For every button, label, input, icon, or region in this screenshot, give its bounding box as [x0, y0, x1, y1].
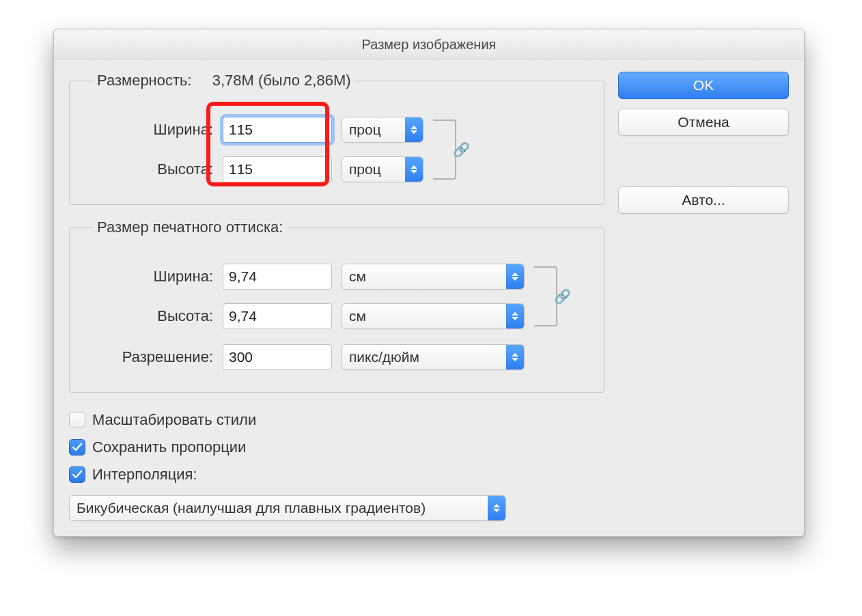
image-size-dialog: Размер изображения Размерность: 3,78M (б… — [53, 29, 805, 537]
auto-button[interactable]: Авто... — [618, 186, 789, 214]
link-icon[interactable]: 🔗 — [453, 141, 470, 158]
resolution-unit-select[interactable]: пикс/дюйм — [342, 344, 525, 370]
resolution-unit-value: пикс/дюйм — [342, 349, 506, 365]
height-input[interactable] — [223, 156, 332, 182]
print-width-unit-select[interactable]: см — [342, 264, 525, 290]
cancel-button[interactable]: Отмена — [618, 109, 789, 136]
width-unit-value: проц — [342, 122, 405, 138]
width-label: Ширина: — [83, 121, 213, 139]
interpolation-method-value: Бикубическая (наилучшая для плавных град… — [70, 500, 488, 516]
dimensions-value: 3,78M (было 2,86M) — [212, 72, 351, 89]
interpolation-checkbox[interactable] — [69, 466, 85, 483]
print-legend: Размер печатного оттиска: — [93, 219, 287, 236]
print-height-input[interactable] — [223, 303, 332, 329]
keep-proportions-checkbox[interactable] — [69, 439, 85, 456]
keep-proportions-label: Сохранить пропорции — [92, 438, 246, 456]
interpolation-method-select[interactable]: Бикубическая (наилучшая для плавных град… — [69, 495, 506, 521]
link-bracket: 🔗 — [433, 120, 456, 180]
height-unit-select[interactable]: проц — [342, 156, 423, 182]
scale-styles-label: Масштабировать стили — [92, 411, 256, 429]
print-width-label: Ширина: — [83, 268, 213, 285]
check-icon — [72, 469, 83, 480]
ok-button[interactable]: OK — [618, 72, 789, 99]
interpolation-row[interactable]: Интерполяция: — [69, 461, 604, 488]
keep-proportions-row[interactable]: Сохранить пропорции — [69, 434, 604, 461]
dimensions-legend: Размерность: 3,78M (было 2,86M) — [93, 72, 355, 89]
link-icon[interactable]: 🔗 — [554, 288, 571, 305]
print-width-input[interactable] — [223, 264, 332, 290]
window-title: Размер изображения — [54, 29, 804, 59]
group-print-size: Размер печатного оттиска: Ширина: см — [69, 219, 604, 393]
height-unit-value: проц — [342, 161, 405, 178]
stepper-arrows-icon — [405, 157, 423, 182]
width-input[interactable] — [223, 117, 332, 143]
interpolation-label: Интерполяция: — [92, 466, 197, 484]
print-height-unit-value: см — [342, 308, 506, 324]
check-icon — [72, 442, 83, 453]
link-bracket: 🔗 — [534, 266, 557, 326]
scale-styles-row[interactable]: Масштабировать стили — [69, 406, 604, 434]
print-width-unit-value: см — [342, 268, 506, 285]
print-height-unit-select[interactable]: см — [342, 303, 525, 329]
resolution-input[interactable] — [223, 344, 332, 370]
stepper-arrows-icon — [506, 304, 524, 328]
stepper-arrows-icon — [488, 496, 505, 520]
resolution-label: Разрешение: — [83, 348, 213, 366]
stepper-arrows-icon — [506, 264, 524, 289]
group-dimensions: Размерность: 3,78M (было 2,86M) Ширина: … — [69, 72, 604, 205]
dimensions-legend-label: Размерность: — [97, 72, 192, 89]
stepper-arrows-icon — [405, 117, 423, 142]
stepper-arrows-icon — [506, 345, 524, 369]
width-unit-select[interactable]: проц — [342, 117, 423, 143]
scale-styles-checkbox[interactable] — [69, 412, 85, 428]
height-label: Высота: — [83, 160, 213, 178]
print-height-label: Высота: — [83, 307, 213, 325]
